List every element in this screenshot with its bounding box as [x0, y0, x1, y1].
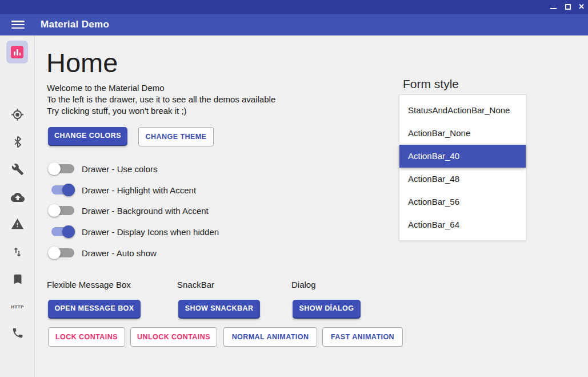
sidebar-item-gps[interactable] [0, 108, 35, 123]
toggle-label: Drawer - Auto show [82, 248, 157, 258]
fast-animation-button[interactable]: FAST ANIMATION [322, 327, 403, 347]
toggle-label: Drawer - Background with Accent [82, 206, 209, 216]
normal-animation-button[interactable]: NORMAL ANIMATION [223, 327, 317, 347]
list-item[interactable]: ActionBar_None [399, 122, 526, 145]
http-icon: HTTP [11, 304, 24, 309]
sidebar-item-bookmark[interactable] [0, 273, 35, 288]
show-snackbar-button[interactable]: SHOW SNACKBAR [178, 300, 260, 319]
toggle-switch[interactable] [48, 204, 75, 217]
open-message-box-button[interactable]: OPEN MESSAGE BOX [48, 300, 141, 319]
sidebar-item-backup[interactable] [0, 191, 35, 205]
minimize-button[interactable] [546, 0, 560, 14]
form-style-list: StatusAndActionBar_None ActionBar_None A… [399, 94, 526, 241]
app-title: Material Demo [41, 19, 109, 30]
app-window: ✕ Material Demo [0, 0, 588, 377]
sidebar-item-bluetooth[interactable] [0, 136, 35, 150]
change-theme-button[interactable]: CHANGE THEME [138, 127, 214, 146]
toggle-switch[interactable] [48, 183, 75, 197]
list-item[interactable]: ActionBar_48 [399, 168, 526, 191]
page-title: Home [46, 47, 118, 78]
toggle-drawer-use-colors[interactable]: Drawer - Use colors [48, 162, 158, 176]
warning-icon [11, 217, 24, 231]
unlock-contains-button[interactable]: UNLOCK CONTAINS [130, 327, 217, 347]
toggle-label: Drawer - Highlight with Accent [82, 185, 196, 195]
toggle-drawer-background-accent[interactable]: Drawer - Background with Accent [48, 204, 209, 217]
welcome-line: Welcome to the Material Demo [47, 82, 275, 94]
title-bar: ✕ [0, 0, 588, 14]
toggle-label: Drawer - Use colors [82, 164, 158, 174]
toggle-drawer-highlight-accent[interactable]: Drawer - Highlight with Accent [48, 183, 196, 197]
drawer-sidebar: HTTP [0, 35, 35, 377]
toggle-switch[interactable] [48, 225, 75, 239]
list-item-selected[interactable]: ActionBar_40 [399, 145, 526, 168]
welcome-line: Try clicking stuff, you won't break it ;… [47, 105, 275, 117]
bluetooth-icon [11, 136, 24, 148]
toggle-drawer-display-icons[interactable]: Drawer - Display Icons when hidden [48, 225, 219, 239]
sidebar-item-phone[interactable] [0, 327, 35, 342]
bookmark-icon [11, 273, 24, 285]
sidebar-item-http[interactable]: HTTP [0, 300, 35, 315]
cloud-upload-icon [11, 191, 25, 204]
section-label-dialog: Dialog [291, 280, 316, 289]
list-item[interactable]: ActionBar_64 [399, 213, 526, 236]
toggle-label: Drawer - Display Icons when hidden [82, 227, 219, 237]
show-dialog-button[interactable]: SHOW DİALOG [293, 300, 361, 319]
toggle-drawer-auto-show[interactable]: Drawer - Auto show [48, 246, 157, 260]
phone-icon [11, 327, 24, 339]
close-button[interactable]: ✕ [575, 0, 588, 14]
form-style-title: Form style [403, 77, 459, 91]
maximize-button[interactable] [561, 0, 575, 14]
toggle-switch[interactable] [48, 162, 75, 176]
change-colors-button[interactable]: CHANGE COLORS [48, 127, 127, 146]
toggle-switch[interactable] [48, 246, 75, 260]
list-item[interactable]: ActionBar_56 [399, 191, 526, 213]
minimize-icon [550, 8, 557, 9]
import-export-icon [11, 246, 23, 258]
list-item[interactable]: StatusAndActionBar_None [399, 99, 526, 122]
bar-chart-icon [11, 46, 23, 58]
sidebar-item-warning[interactable] [0, 217, 35, 232]
sidebar-item-home[interactable] [6, 41, 28, 64]
sidebar-item-import-export[interactable] [0, 246, 35, 261]
welcome-line: To the left is the drawer, use it to see… [47, 94, 275, 105]
sidebar-item-build[interactable] [0, 163, 35, 178]
wrench-icon [11, 163, 24, 176]
hamburger-menu-icon[interactable] [11, 21, 25, 29]
welcome-text: Welcome to the Material Demo To the left… [47, 82, 275, 117]
app-bar: Material Demo [0, 14, 588, 35]
close-icon: ✕ [578, 2, 585, 11]
maximize-icon [565, 4, 571, 10]
lock-contains-button[interactable]: LOCK CONTAINS [48, 327, 125, 347]
section-label-message-box: Flexible Message Box [47, 280, 131, 289]
gps-fixed-icon [11, 108, 24, 121]
section-label-snackbar: SnackBar [177, 280, 214, 289]
